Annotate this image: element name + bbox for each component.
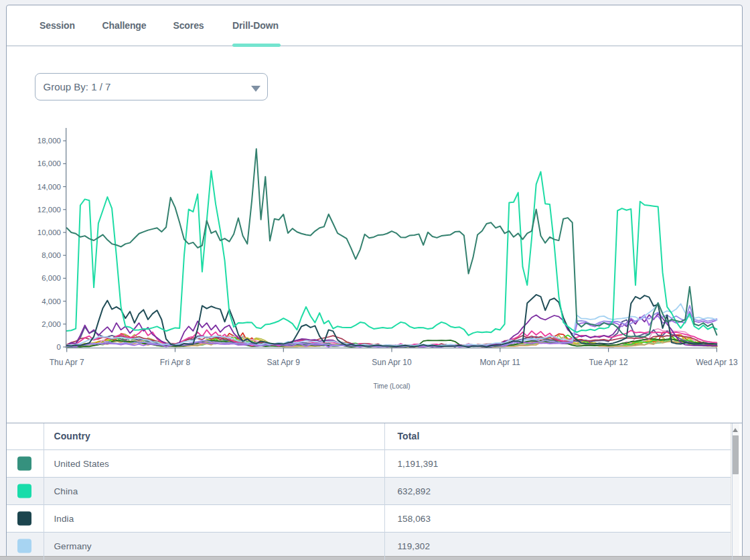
svg-text:2,000: 2,000	[42, 320, 61, 328]
svg-text:6,000: 6,000	[42, 274, 61, 282]
svg-text:10,000: 10,000	[38, 228, 61, 236]
svg-text:Sat Apr 9: Sat Apr 9	[267, 358, 301, 367]
svg-text:Thu Apr 7: Thu Apr 7	[50, 358, 84, 367]
svg-text:Fri Apr 8: Fri Apr 8	[160, 358, 191, 367]
svg-text:0: 0	[57, 343, 61, 351]
svg-text:16,000: 16,000	[38, 159, 61, 167]
svg-text:18,000: 18,000	[38, 137, 61, 145]
svg-text:8,000: 8,000	[42, 251, 61, 259]
svg-text:Sun Apr 10: Sun Apr 10	[372, 358, 412, 367]
svg-text:Mon Apr 11: Mon Apr 11	[480, 358, 521, 367]
svg-text:12,000: 12,000	[38, 206, 61, 214]
svg-text:4,000: 4,000	[42, 297, 61, 305]
svg-text:Time (Local): Time (Local)	[373, 382, 410, 390]
svg-text:Tue Apr 12: Tue Apr 12	[589, 358, 628, 367]
svg-text:14,000: 14,000	[38, 183, 61, 191]
svg-text:Wed Apr 13: Wed Apr 13	[696, 358, 738, 367]
